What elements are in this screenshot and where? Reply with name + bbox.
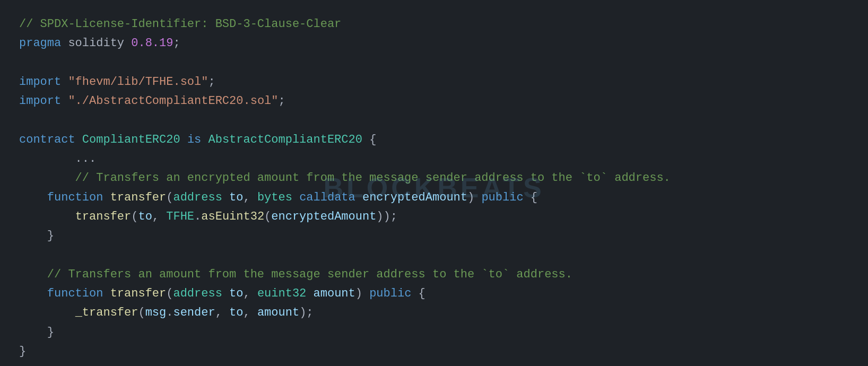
code-line-6: [19, 111, 849, 130]
code-line-17: }: [19, 323, 849, 342]
code-line-4: import "fhevm/lib/TFHE.sol";: [19, 73, 849, 92]
code-line-13: [19, 246, 849, 265]
code-line-15: function transfer(address to, euint32 am…: [19, 284, 849, 303]
code-line-14: // Transfers an amount from the message …: [19, 265, 849, 284]
code-line-16: _transfer(msg.sender, to, amount);: [19, 303, 849, 323]
code-line-9: // Transfers an encrypted amount from th…: [19, 169, 849, 188]
code-line-12: }: [19, 226, 849, 246]
code-editor: BLOCKBEATS // SPDX-License-Identifier: B…: [0, 0, 868, 366]
code-line-3: [19, 54, 849, 73]
code-line-1: // SPDX-License-Identifier: BSD-3-Clause…: [19, 15, 849, 34]
code-line-2: pragma solidity 0.8.19;: [19, 34, 849, 53]
code-line-7: contract CompliantERC20 is AbstractCompl…: [19, 130, 849, 150]
code-line-8: ...: [19, 150, 849, 169]
code-line-11: transfer(to, TFHE.asEuint32(encryptedAmo…: [19, 207, 849, 226]
code-line-5: import "./AbstractCompliantERC20.sol";: [19, 92, 849, 111]
code-line-18: }: [19, 342, 849, 361]
code-line-10: function transfer(address to, bytes call…: [19, 188, 849, 207]
